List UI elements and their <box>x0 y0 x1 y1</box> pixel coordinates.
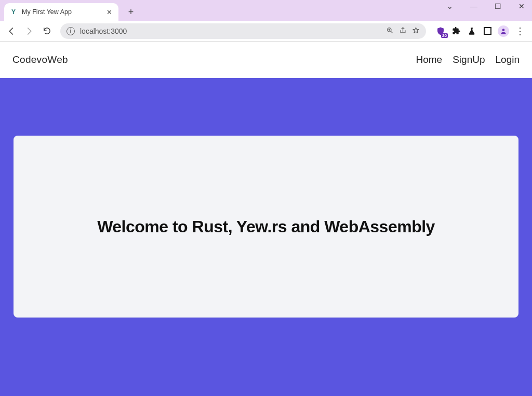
chevron-down-icon[interactable]: ⌄ <box>443 2 457 10</box>
address-bar[interactable]: i localhost:3000 <box>60 23 426 39</box>
nav-home[interactable]: Home <box>416 54 442 65</box>
hero-section: Welcome to Rust, Yew.rs and WebAssembly <box>0 78 532 396</box>
maximize-button[interactable]: ☐ <box>490 2 505 10</box>
main-nav: Home SignUp Login <box>416 54 520 65</box>
forward-button[interactable] <box>22 24 36 38</box>
share-icon[interactable] <box>399 27 407 36</box>
svg-point-4 <box>502 29 505 31</box>
url-text: localhost:3000 <box>80 27 381 35</box>
page-viewport: CodevoWeb Home SignUp Login Welcome to R… <box>0 42 532 396</box>
tab-title: My First Yew App <box>22 8 72 16</box>
nav-signup[interactable]: SignUp <box>453 54 485 65</box>
site-info-icon[interactable]: i <box>66 27 75 35</box>
panel-square-icon[interactable] <box>482 26 493 36</box>
svg-line-1 <box>391 31 392 33</box>
profile-avatar-icon[interactable] <box>498 25 509 37</box>
hero-heading: Welcome to Rust, Yew.rs and WebAssembly <box>97 217 435 236</box>
close-tab-button[interactable]: ✕ <box>105 8 113 16</box>
bookmark-star-icon[interactable] <box>412 27 420 36</box>
browser-toolbar: i localhost:3000 20 ⋮ <box>0 21 532 42</box>
reload-button[interactable] <box>39 24 54 38</box>
extensions-puzzle-icon[interactable] <box>451 26 461 36</box>
new-tab-button[interactable]: + <box>124 5 138 19</box>
minimize-button[interactable]: ― <box>467 2 481 10</box>
window-titlebar: Y My First Yew App ✕ + ⌄ ― ☐ ✕ <box>0 0 532 21</box>
extension-badge: 20 <box>441 33 448 38</box>
extension-icons: 20 ⋮ <box>432 25 528 37</box>
close-window-button[interactable]: ✕ <box>514 2 529 10</box>
extension-shield-icon[interactable]: 20 <box>435 26 446 36</box>
labs-flask-icon[interactable] <box>467 26 477 36</box>
back-button[interactable] <box>4 24 19 38</box>
yew-favicon-icon: Y <box>9 8 18 16</box>
window-controls: ⌄ ― ☐ ✕ <box>443 2 529 10</box>
zoom-icon[interactable] <box>386 27 394 36</box>
kebab-menu-icon[interactable]: ⋮ <box>514 26 525 36</box>
site-header: CodevoWeb Home SignUp Login <box>0 42 532 78</box>
hero-card: Welcome to Rust, Yew.rs and WebAssembly <box>14 136 518 318</box>
brand-logo[interactable]: CodevoWeb <box>12 54 68 65</box>
browser-tab[interactable]: Y My First Yew App ✕ <box>4 3 118 21</box>
nav-login[interactable]: Login <box>496 54 520 65</box>
